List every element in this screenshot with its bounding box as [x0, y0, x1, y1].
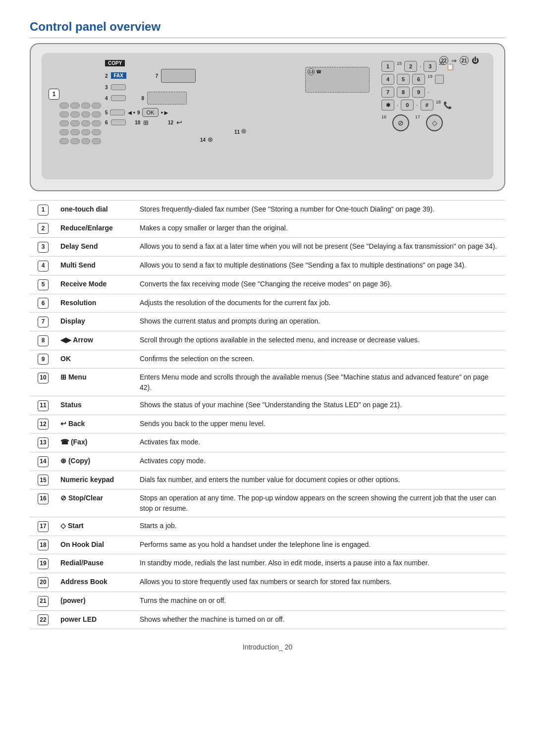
table-row: 5Receive ModeConverts the fax receiving …	[30, 275, 505, 294]
dot-sep3: ·	[397, 102, 398, 108]
badge-18-small: 18	[436, 100, 441, 105]
table-row: 3Delay SendAllows you to send a fax at a…	[30, 238, 505, 257]
badge-19-small: 19	[428, 74, 432, 79]
display-box: 13 ☎	[305, 67, 370, 93]
row-label-cell: Status	[56, 396, 136, 415]
badge-9-mid: 9	[137, 110, 140, 115]
row-desc-cell: Starts a job.	[136, 517, 505, 536]
table-row: 21(power)Turns the machine on or off.	[30, 592, 505, 610]
table-row: 13☎ (Fax)Activates fax mode.	[30, 433, 505, 452]
key-4[interactable]: 4	[381, 74, 394, 85]
stop-clear-button[interactable]: ⊘	[392, 114, 409, 131]
badge-21: 21	[38, 596, 49, 607]
panel-diagram: 22 ⇒ 21 ⏻ 1	[30, 43, 505, 191]
menu-icon: ⊞	[143, 119, 149, 126]
row-label-cell: ⊘ Stop/Clear	[56, 489, 136, 517]
badge-1: 1	[49, 89, 59, 100]
badge-13: 13	[38, 437, 49, 448]
row-desc-cell: Allows you to store frequently used fax …	[136, 573, 505, 592]
left-row-1: 1	[49, 89, 101, 100]
badge-14-mid: 14	[200, 137, 206, 143]
row-4: 4 8	[105, 92, 375, 105]
status-row: 11	[105, 129, 375, 135]
row-desc-cell: Performs same as you hold a handset unde…	[136, 536, 505, 554]
row-label-cell: OK	[56, 350, 136, 369]
btn-6	[111, 119, 126, 125]
badge-7: 7	[38, 317, 49, 327]
fax-label: FAX	[111, 72, 126, 79]
ok-button[interactable]: OK	[142, 108, 159, 117]
row-label-cell: On Hook Dial	[56, 536, 136, 554]
table-row: 17◇ StartStarts a job.	[30, 517, 505, 536]
badge-2: 2	[38, 223, 49, 234]
row-num-cell: 10	[30, 369, 56, 396]
table-row: 10⊞ MenuEnters Menu mode and scrolls thr…	[30, 369, 505, 396]
row-num-cell: 21	[30, 592, 56, 610]
badge-20: 20	[38, 577, 49, 588]
badge-4-mid: 4	[105, 96, 108, 101]
table-row: 9OKConfirms the selection on the screen.	[30, 350, 505, 369]
row-label-cell: Address Book	[56, 573, 136, 592]
row-num-cell: 1	[30, 201, 56, 219]
table-row: 20Address BookAllows you to store freque…	[30, 573, 505, 592]
badge-8: 8	[38, 335, 49, 346]
table-row: 22power LEDShows whether the machine is …	[30, 610, 505, 629]
table-row: 7DisplayShows the current status and pro…	[30, 313, 505, 331]
row-desc-cell: Adjusts the resolution of the documents …	[136, 294, 505, 313]
badge-20-small: 20	[439, 61, 444, 66]
dot-sep2: ·	[428, 89, 429, 96]
row-label-cell: ⊛ (Copy)	[56, 452, 136, 471]
table-row: 16⊘ Stop/ClearStops an operation at any …	[30, 489, 505, 517]
row-label-cell: ☎ (Fax)	[56, 433, 136, 452]
row-desc-cell: Shows the status of your machine (See "U…	[136, 396, 505, 415]
footer: Introduction_ 20	[30, 639, 505, 651]
badge-16: 16	[38, 493, 49, 504]
key-3[interactable]: 3	[424, 61, 436, 72]
badge-5: 5	[38, 279, 49, 290]
row-desc-cell: Sends you back to the upper menu level.	[136, 415, 505, 433]
row-label-cell: Reduce/Enlarge	[56, 219, 136, 238]
badge-10: 10	[38, 373, 49, 383]
row-desc-cell: Enters Menu mode and scrolls through the…	[136, 369, 505, 396]
row-num-cell: 22	[30, 610, 56, 629]
copy-icon-area: 14 ⊛	[200, 135, 213, 143]
row-num-cell: 11	[30, 396, 56, 415]
table-row: 18On Hook DialPerforms same as you hold …	[30, 536, 505, 554]
back-icon: ↩	[176, 118, 182, 126]
badge-15: 15	[38, 475, 49, 486]
key-1[interactable]: 1	[381, 61, 394, 72]
table-row: 2Reduce/EnlargeMakes a copy smaller or l…	[30, 219, 505, 238]
key-7[interactable]: 7	[381, 87, 394, 98]
row-label-cell: ↩ Back	[56, 415, 136, 433]
badge-4: 4	[38, 261, 49, 271]
row-label-cell: ◀▶ Arrow	[56, 331, 136, 350]
badge-22: 22	[38, 614, 49, 625]
numpad-row3: 7 8 9 ·	[381, 87, 486, 98]
row-desc-cell: Confirms the selection on the screen.	[136, 350, 505, 369]
start-button[interactable]: ◇	[426, 114, 443, 131]
row-label-cell: Resolution	[56, 294, 136, 313]
key-0[interactable]: 0	[401, 100, 414, 110]
key-2[interactable]: 2	[404, 61, 417, 72]
row-num-cell: 2	[30, 219, 56, 238]
table-row: 14⊛ (Copy)Activates copy mode.	[30, 452, 505, 471]
row-num-cell: 9	[30, 350, 56, 369]
key-star[interactable]: ✱	[381, 100, 394, 110]
badge-9: 9	[38, 354, 49, 365]
row-label-cell: ⊞ Menu	[56, 369, 136, 396]
row-desc-cell: Stores frequently-dialed fax number (See…	[136, 201, 505, 219]
row-num-cell: 4	[30, 257, 56, 275]
row-num-cell: 6	[30, 294, 56, 313]
stop-start-row: 16 ⊘ 17 ◇	[381, 114, 486, 131]
row-label-cell: one-touch dial	[56, 201, 136, 219]
key-hash[interactable]: #	[421, 100, 433, 110]
row-num-cell: 14	[30, 452, 56, 471]
key-8[interactable]: 8	[397, 87, 410, 98]
row-num-cell: 13	[30, 433, 56, 452]
key-6[interactable]: 6	[412, 74, 425, 85]
on-hook-icon: 📞	[443, 101, 452, 109]
row-desc-cell: Makes a copy smaller or larger than the …	[136, 219, 505, 238]
row-desc-cell: Activates fax mode.	[136, 433, 505, 452]
key-5[interactable]: 5	[397, 74, 410, 85]
key-9[interactable]: 9	[412, 87, 425, 98]
